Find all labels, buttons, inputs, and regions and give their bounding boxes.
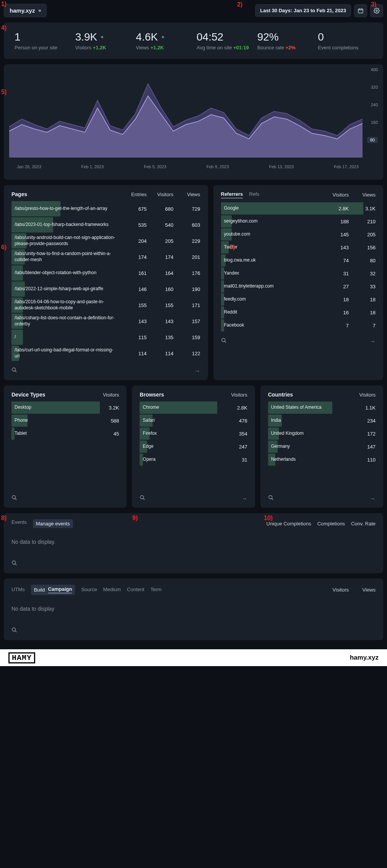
row-label: Germany [268, 444, 349, 450]
utms-label: UTMs [11, 587, 25, 593]
table-row[interactable]: Firefox354 [140, 427, 247, 440]
table-row[interactable]: Desktop3.2K [11, 401, 119, 414]
tab-campaign[interactable]: Campaign [48, 586, 72, 593]
row-label: /labs/blender-object-rotation-with-pytho… [11, 270, 120, 276]
arrow-right-icon[interactable]: → [370, 495, 376, 502]
y-tick: 400 [371, 67, 378, 72]
tab-referrers[interactable]: Referrers [221, 191, 243, 198]
calendar-button[interactable] [354, 4, 367, 17]
row-label: Phone [11, 418, 92, 424]
x-tick: Feb 9, 2023 [207, 164, 229, 169]
table-row[interactable]: Tablet45 [11, 427, 119, 440]
tab-term[interactable]: Term [150, 587, 161, 593]
row-label: /labs/unity-how-to-find-a-random-point-w… [11, 251, 120, 263]
page-footer: HAMY hamy.xyz [0, 649, 387, 666]
metric-label: Visitors [75, 45, 91, 50]
search-icon[interactable] [11, 627, 17, 634]
table-row[interactable]: Facebook77 [221, 319, 376, 332]
table-row[interactable]: /labs/curl-url-using-bad-illegal-format-… [11, 346, 200, 361]
metric-2[interactable]: 4.6K Views +1.2K [133, 29, 194, 53]
table-row[interactable]: /labs/2023-01-top-fsharp-backend-framewo… [11, 217, 200, 232]
table-row[interactable]: blog.cwa.me.uk7480 [221, 254, 376, 267]
metric-5[interactable]: 0 Event completions [315, 29, 376, 53]
table-row[interactable]: United States of America1.1K [268, 401, 376, 414]
cell: 147 [349, 444, 376, 450]
cell: 540 [147, 222, 174, 228]
table-row[interactable]: /labs/2022-12-simple-fsharp-web-api-gira… [11, 281, 200, 297]
search-icon[interactable] [140, 495, 145, 502]
table-row[interactable]: /labs/unity-how-to-find-a-random-point-w… [11, 249, 200, 265]
cell: 171 [174, 302, 200, 308]
y-tick: 160 [371, 120, 378, 125]
table-row[interactable]: Edge247 [140, 441, 247, 453]
search-icon[interactable] [11, 367, 17, 374]
tab-build[interactable]: Build [34, 587, 45, 593]
metric-delta: +1.2K [150, 45, 164, 50]
table-row[interactable]: /labs/presto-how-to-get-the-length-of-an… [11, 201, 200, 216]
tab-content[interactable]: Content [127, 587, 145, 593]
cell: 160 [147, 286, 174, 292]
metric-value: 1 [15, 31, 21, 43]
metric-3[interactable]: 04:52 Avg time on site +01:19 [194, 29, 254, 53]
table-row[interactable]: Opera31 [140, 454, 247, 466]
tab-source[interactable]: Source [81, 587, 97, 593]
table-row[interactable]: /115135159 [11, 330, 200, 345]
cell: 114 [120, 351, 147, 356]
date-range-selector[interactable]: Last 30 Days: Jan 23 to Feb 21, 2023 [255, 4, 351, 17]
cell: 680 [147, 206, 174, 212]
metrics-panel: 1 Person on your site 3.9K Visitors +1.2… [4, 23, 383, 59]
table-row[interactable]: Phone588 [11, 414, 119, 427]
cell: 31 [221, 457, 247, 463]
table-row[interactable]: /labs/2016-04-06-how-to-copy-and-paste-i… [11, 297, 200, 313]
table-row[interactable]: Netherlands110 [268, 454, 376, 466]
table-row[interactable]: sergeytihon.com188210 [221, 215, 376, 228]
x-tick: Jan 28, 2023 [17, 164, 41, 169]
pages-panel: Pages EntriesVisitorsViews /labs/presto-… [4, 185, 208, 380]
arrow-right-icon[interactable]: → [242, 495, 247, 502]
site-selector[interactable]: hamy.xyz [4, 4, 47, 17]
table-row[interactable]: Twitter143156 [221, 241, 376, 254]
cell: 164 [147, 270, 174, 276]
column-header: Visitors [322, 587, 349, 593]
cell: 176 [174, 270, 200, 276]
settings-button[interactable] [370, 4, 383, 17]
table-row[interactable]: Yandex3132 [221, 267, 376, 280]
table-row[interactable]: Google2.8K3.1K [221, 202, 376, 215]
table-row[interactable]: /labs/csharp-list-does-not-contain-a-def… [11, 314, 200, 329]
metric-0[interactable]: 1 Person on your site [11, 29, 72, 53]
table-row[interactable]: youtube.com145205 [221, 228, 376, 241]
cell: 114 [147, 351, 174, 356]
cell: 18 [349, 297, 376, 302]
search-icon[interactable] [221, 338, 227, 345]
search-icon[interactable] [11, 560, 17, 567]
arrow-right-icon[interactable]: → [195, 367, 200, 374]
metric-4[interactable]: 92% Bounce rate +2% [254, 29, 315, 53]
cell: 675 [120, 206, 147, 212]
cell: 161 [120, 270, 147, 276]
search-icon[interactable] [268, 495, 274, 502]
tab-events[interactable]: Events [11, 519, 27, 528]
table-row[interactable]: Reddit1618 [221, 306, 376, 319]
cell: 146 [120, 286, 147, 292]
tab-manage-events[interactable]: Manage events [33, 519, 73, 528]
cell: 205 [349, 232, 376, 237]
cell: 588 [92, 418, 119, 424]
table-row[interactable]: /labs/blender-object-rotation-with-pytho… [11, 265, 200, 281]
arrow-right-icon[interactable]: → [370, 338, 376, 345]
search-icon[interactable] [11, 495, 17, 502]
tab-medium[interactable]: Medium [103, 587, 121, 593]
cell: 234 [349, 418, 376, 424]
table-row[interactable]: /labs/unity-android-build-can-not-sign-a… [11, 233, 200, 249]
table-row[interactable]: United Kingdom172 [268, 427, 376, 440]
table-row[interactable]: Chrome2.8K [140, 401, 247, 414]
row-label: India [268, 418, 349, 424]
metric-1[interactable]: 3.9K Visitors +1.2K [72, 29, 133, 53]
tab-refs[interactable]: Refs [249, 191, 259, 198]
table-row[interactable]: Germany147 [268, 441, 376, 453]
table-row[interactable]: feedly.com1818 [221, 293, 376, 306]
table-row[interactable]: mail01.tinyletterapp.com2733 [221, 280, 376, 293]
table-row[interactable]: India234 [268, 414, 376, 427]
cell: 603 [174, 222, 200, 228]
row-label: United Kingdom [268, 431, 349, 437]
table-row[interactable]: Safari476 [140, 414, 247, 427]
